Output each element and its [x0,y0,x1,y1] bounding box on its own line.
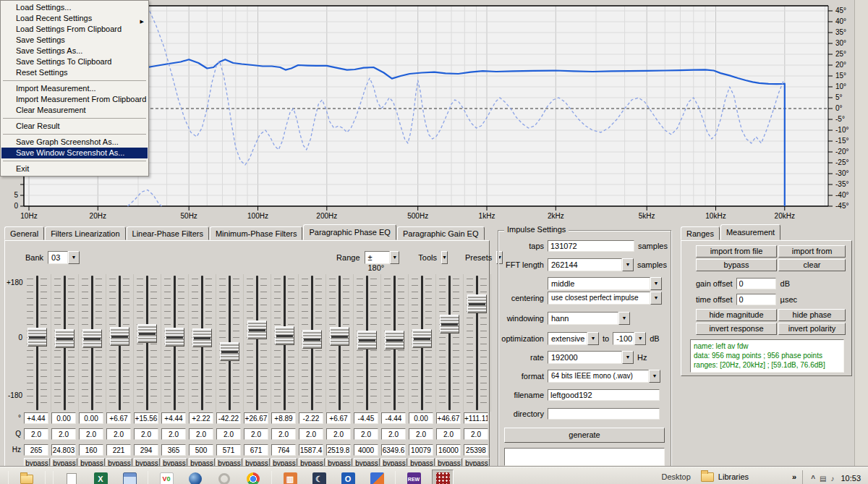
chevron-down-icon[interactable]: ▼ [622,351,634,364]
taskbar-icon-ring-app[interactable] [213,470,235,484]
hz-value-14[interactable] [381,444,406,456]
slider-thumb[interactable] [220,342,239,361]
hz-value-3[interactable] [79,444,103,456]
tray-volume-icon[interactable]: ♪ [830,475,834,483]
import-from-file-button[interactable]: import from file [696,245,777,258]
menu-item-clear-result[interactable]: Clear Result [1,121,148,132]
q-value-6[interactable] [161,428,186,440]
generate-button[interactable]: generate [504,428,665,443]
menu-item-exit[interactable]: Exit [1,164,148,174]
deg-value-12[interactable] [326,412,351,424]
hz-value-8[interactable] [216,444,241,456]
deg-value-16[interactable] [436,412,461,424]
hz-value-4[interactable] [106,444,131,456]
chevron-down-icon[interactable]: ▼ [650,292,662,305]
hz-value-1[interactable] [24,444,48,456]
taskbar-icon-rew[interactable]: REW [403,470,425,484]
hz-value-11[interactable] [299,444,323,456]
tab-linear-phase-filters[interactable]: Linear-Phase Filters [127,226,209,240]
chevron-down-icon[interactable]: ▼ [618,312,630,325]
chevron-down-icon[interactable]: ▼ [622,258,634,271]
rate-select[interactable]: 192000▼ [548,351,634,364]
time-offset-input[interactable] [736,294,776,305]
taskbar-icon-v0-app[interactable]: V0 [156,470,177,484]
tab-paragraphic-phase-eq[interactable]: Paragraphic Phase EQ [303,224,396,240]
hz-value-13[interactable] [354,444,378,456]
hz-value-2[interactable] [51,444,76,456]
slider-thumb[interactable] [82,329,102,348]
invert-polarity-button[interactable]: invert polarity [778,323,846,335]
taskbar-icon-calculator[interactable] [119,470,140,484]
q-value-9[interactable] [244,428,268,440]
hz-value-5[interactable] [134,444,158,456]
meas-tab-ranges[interactable]: Ranges [681,226,720,240]
q-value-16[interactable] [436,428,461,440]
slider-thumb[interactable] [137,324,157,343]
q-value-15[interactable] [409,428,433,440]
q-value-14[interactable] [381,428,406,440]
hz-value-17[interactable] [464,444,488,456]
q-value-4[interactable] [106,428,131,440]
q-value-7[interactable] [189,428,213,440]
slider-thumb[interactable] [440,315,459,334]
slider-thumb[interactable] [110,327,129,346]
q-value-5[interactable] [134,428,158,440]
slider-track[interactable] [448,276,451,410]
centering-select-1[interactable]: middle▼ [548,277,662,290]
hz-value-12[interactable] [326,444,351,456]
tab-paragraphic-gain-eq[interactable]: Paragraphic Gain EQ [397,226,485,240]
slider-track[interactable] [256,276,258,410]
q-value-10[interactable] [271,428,296,440]
menu-item-clear-measurement[interactable]: Clear Measurement [1,105,148,116]
slider-thumb[interactable] [467,294,487,313]
tab-general[interactable]: General [4,226,44,240]
bank-select[interactable]: 03▼ [48,251,80,264]
menu-item-reset-settings[interactable]: Reset Settings [1,67,148,78]
centering-select-2[interactable]: use closest perfect impulse▼ [548,292,662,305]
menu-item-save-settings-to-clipboard[interactable]: Save Settings To Clipboard [1,56,148,67]
taskbar-icon-document[interactable] [61,470,82,484]
q-value-11[interactable] [299,428,323,440]
fft-length-select[interactable]: 262144▼ [548,258,634,271]
deg-value-10[interactable] [271,412,296,424]
hide-magnitude-button[interactable]: hide magnitude [696,309,777,321]
tray-display-icon[interactable]: ▤ [820,475,826,483]
import-from-clipboard-button[interactable]: import from clipboard [778,245,846,258]
optimization-db-select[interactable]: -100▼ [613,332,646,345]
menu-item-import-measurement[interactable]: Import Measurement... [1,83,148,94]
gain-offset-input[interactable] [736,278,776,289]
menu-item-save-settings[interactable]: Save Settings [1,35,148,46]
taskbar-icon-outlook[interactable]: O [337,470,359,484]
tab-minimum-phase-filters[interactable]: Minimum-Phase Filters [210,226,302,240]
deg-value-11[interactable] [299,412,323,424]
taskbar-icon-orange-app[interactable]: ▥ [279,470,301,484]
directory-input[interactable] [548,408,660,420]
deg-value-2[interactable] [51,412,76,424]
invert-response-button[interactable]: invert response [696,323,777,335]
menu-item-load-recent-settings[interactable]: Load Recent Settings▶ [1,13,148,24]
q-value-13[interactable] [354,428,378,440]
taskbar-icon-chrome[interactable] [242,470,264,484]
slider-thumb[interactable] [357,331,377,349]
slider-thumb[interactable] [192,328,212,347]
format-select[interactable]: 64 bits IEEE mono (.wav)▼ [548,370,660,383]
hide-phase-button[interactable]: hide phase [778,309,846,321]
deg-value-13[interactable] [354,412,378,424]
deg-value-17[interactable] [464,412,488,424]
q-value-17[interactable] [464,428,488,440]
slider-thumb[interactable] [165,328,184,347]
deg-value-1[interactable] [24,412,48,424]
deg-value-15[interactable] [409,412,433,424]
q-value-2[interactable] [51,428,76,440]
deg-value-5[interactable] [134,412,158,424]
optimization-select[interactable]: extensive▼ [548,332,599,345]
deg-value-9[interactable] [244,412,268,424]
filename-input[interactable] [548,389,660,401]
taps-input[interactable] [548,240,634,252]
clear-measurement-button[interactable]: clear [778,259,846,271]
libraries-toolbar-label[interactable]: Libraries [718,470,749,483]
windowing-select[interactable]: hann▼ [548,312,630,325]
hz-value-7[interactable] [189,444,213,456]
taskbar-icon-dark-app[interactable]: ☾ [308,470,330,484]
slider-track[interactable] [146,276,148,410]
